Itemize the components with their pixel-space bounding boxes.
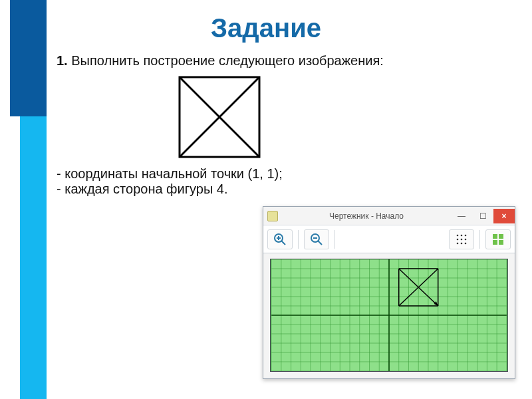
svg-rect-21 [493, 240, 497, 245]
task-line: 1. Выполнить построение следующего изобр… [57, 53, 519, 68]
task-number: 1. [57, 53, 68, 68]
grid-plot [271, 259, 507, 371]
zoom-out-button[interactable] [304, 229, 329, 249]
window-title: Чертежник - Начало [282, 211, 451, 221]
svg-point-13 [457, 238, 459, 240]
close-button[interactable]: × [493, 209, 515, 223]
svg-rect-19 [493, 234, 497, 239]
toolbar-separator [298, 230, 299, 249]
app-window: Чертежник - Начало — ☐ × [263, 206, 515, 379]
svg-point-12 [465, 234, 467, 236]
svg-rect-20 [499, 234, 503, 239]
bullet-1: - координаты начальной точки (1, 1); [57, 166, 519, 182]
svg-line-8 [319, 241, 323, 245]
svg-point-18 [465, 242, 467, 244]
svg-point-14 [461, 238, 463, 240]
svg-point-15 [465, 238, 467, 240]
toolbar [263, 225, 515, 253]
bullet-2: - каждая сторона фигуры 4. [57, 182, 519, 197]
home-icon [491, 233, 505, 246]
page-title: Задание [0, 13, 532, 43]
minimize-button[interactable]: — [451, 209, 472, 223]
task-figure [176, 74, 519, 164]
sidebar-stripes [0, 0, 47, 399]
task-text: Выполнить построение следующего изображе… [71, 53, 384, 68]
content: 1. Выполнить построение следующего изобр… [57, 53, 519, 197]
bullets: - координаты начальной точки (1, 1); - к… [57, 166, 519, 197]
home-button[interactable] [485, 229, 511, 249]
slide: Задание 1. Выполнить построение следующе… [0, 0, 532, 399]
svg-marker-69 [434, 301, 438, 306]
svg-point-11 [461, 234, 463, 236]
window-buttons: — ☐ × [451, 209, 515, 223]
app-icon [267, 211, 278, 221]
toolbar-separator [334, 230, 335, 249]
drawing-canvas[interactable] [270, 259, 508, 372]
svg-point-10 [457, 234, 459, 236]
svg-rect-22 [499, 240, 503, 245]
zoom-in-button[interactable] [267, 229, 293, 249]
svg-point-16 [457, 242, 459, 244]
zoom-in-icon [273, 233, 287, 246]
grid-button[interactable] [449, 229, 474, 249]
grid-icon [456, 233, 467, 245]
svg-point-17 [461, 242, 463, 244]
svg-line-4 [282, 241, 286, 245]
titlebar[interactable]: Чертежник - Начало — ☐ × [263, 207, 515, 225]
square-diagonals-figure [176, 74, 263, 160]
toolbar-separator [479, 230, 480, 249]
zoom-out-icon [310, 233, 323, 246]
maximize-button[interactable]: ☐ [472, 209, 493, 223]
